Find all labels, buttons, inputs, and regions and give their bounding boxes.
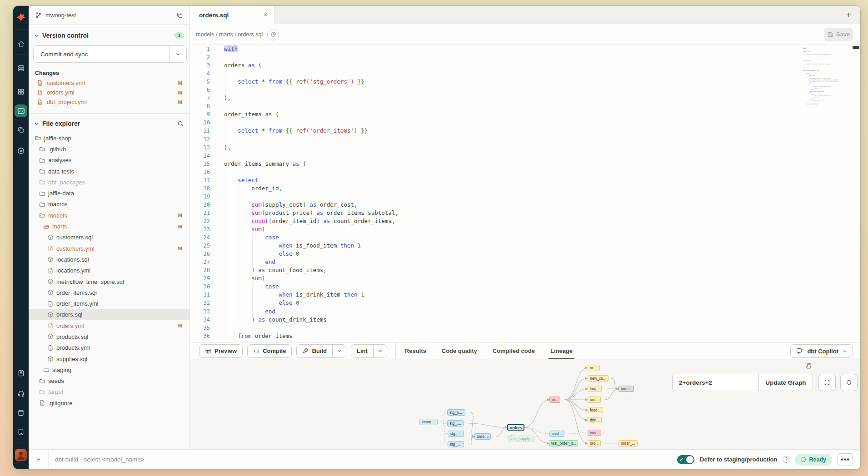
commit-and-sync-button[interactable]: Commit and sync (33, 45, 187, 63)
more-options-button[interactable]: ••• (838, 453, 853, 466)
code-line-28[interactable]: 28 ) as count_food_items, (190, 266, 860, 274)
lineage-node-gray[interactable]: orde... (619, 386, 634, 392)
file-tree-item-orders-yml[interactable]: orders.ymlM (29, 320, 190, 331)
lineage-node-ord1[interactable]: orde.... (474, 433, 491, 440)
docs-icon[interactable] (13, 406, 29, 420)
lineage-node-stg1[interactable]: stg_o.... (447, 409, 465, 416)
lint-button[interactable]: Lint (351, 344, 387, 358)
new-tab-button[interactable]: + (843, 10, 854, 20)
tab-results[interactable]: Results (405, 342, 426, 359)
copy-branch-icon[interactable] (176, 12, 183, 19)
file-tree-item-seeds[interactable]: seeds (29, 376, 190, 387)
code-line-2[interactable]: 2 (190, 53, 860, 61)
lineage-panel[interactable]: ecom....stg_o....stg_....stg_....stg_...… (190, 359, 860, 449)
code-line-30[interactable]: 30 case (190, 283, 860, 291)
file-tree-item-jaffle-shop[interactable]: jaffle-shop (29, 133, 190, 144)
code-line-16[interactable]: 16 (190, 168, 860, 176)
lineage-node-ghost[interactable]: test_supply... (508, 436, 535, 442)
file-tree-item-macros[interactable]: macros (29, 199, 190, 210)
lineage-node-stg4[interactable]: stg_.... (448, 441, 464, 447)
support-icon[interactable] (13, 387, 29, 400)
code-line-8[interactable]: 8 (190, 102, 860, 110)
code-line-15[interactable]: 15order_items_summary as ( (190, 160, 860, 168)
lineage-node-y_new[interactable]: new_cu... (588, 375, 609, 382)
code-line-32[interactable]: 32 else 0 (190, 299, 860, 307)
file-tree-item-products-yml[interactable]: products.yml (29, 342, 190, 353)
file-explorer-header[interactable]: File explorer (29, 119, 190, 128)
code-line-24[interactable]: 24 case (190, 233, 860, 242)
file-tree-item--github[interactable]: .github (29, 144, 190, 154)
code-line-36[interactable]: 36 from order_items (190, 332, 860, 340)
branch-name[interactable]: mwong-test (45, 12, 76, 19)
file-tree-item-data-tests[interactable]: data-tests (29, 166, 190, 177)
code-line-3[interactable]: 3orders as ( (190, 61, 860, 69)
code-line-11[interactable]: 11 select * from {{ ref('order_items') }… (190, 127, 860, 135)
code-line-9[interactable]: 9order_items as ( (190, 110, 860, 119)
code-line-29[interactable]: 29 sum( (190, 274, 860, 283)
lint-dropdown[interactable] (373, 345, 387, 357)
lineage-node-stg2[interactable]: stg_.... (447, 420, 464, 426)
file-tree-item-jaffle-data[interactable]: jaffle-data (29, 188, 190, 198)
commit-dropdown[interactable] (169, 46, 186, 62)
catalog-icon[interactable] (13, 144, 29, 158)
file-tree-item-customers-yml[interactable]: customers.ymlM (29, 243, 190, 254)
code-line-23[interactable]: 23 sum( (190, 225, 860, 233)
file-tree-item-supplies-sql[interactable]: supplies.sql (29, 353, 190, 364)
code-line-14[interactable]: 14 (190, 152, 860, 160)
compile-button[interactable]: Compile (247, 344, 292, 358)
code-line-21[interactable]: 21 sum(product_price) as order_items_sub… (190, 209, 860, 217)
code-line-19[interactable]: 19 (190, 193, 860, 201)
file-tree-item-metricflow-time-spine-sql[interactable]: metricflow_time_spine.sql (29, 276, 190, 287)
lineage-node-tgreen[interactable]: test_order_it... (549, 440, 578, 446)
lineage-node-orders[interactable]: orders (507, 424, 524, 431)
preview-button[interactable]: Preview (199, 344, 243, 358)
code-line-27[interactable]: 27 end (190, 258, 860, 266)
lineage-node-y_order[interactable]: order_... (619, 440, 638, 446)
code-line-34[interactable]: 34 ) as count_drink_items (190, 316, 860, 324)
code-line-33[interactable]: 33 end (190, 307, 860, 316)
file-tree-item-models[interactable]: modelsM (29, 210, 190, 221)
file-tree-item-orders-sql[interactable]: orders.sql (29, 309, 190, 320)
lineage-node-y_or[interactable]: or.... (588, 365, 600, 371)
environments-icon[interactable] (13, 61, 29, 75)
dashboard-icon[interactable] (13, 85, 29, 99)
help-icon[interactable]: ? (783, 456, 789, 463)
code-line-1[interactable]: 1with (190, 45, 860, 53)
lineage-node-y_ord2[interactable]: ord... (588, 440, 601, 446)
lineage-selector-input[interactable]: 2+orders+2 (672, 374, 758, 391)
orchestration-icon[interactable] (13, 123, 29, 137)
file-tree-item-target[interactable]: target (29, 387, 190, 397)
lineage-node-stg3[interactable]: stg_.... (448, 431, 464, 437)
code-line-25[interactable]: 25 when is_food_item then 1 (190, 242, 860, 250)
home-icon[interactable] (13, 37, 29, 50)
code-line-10[interactable]: 10 (190, 119, 860, 127)
lineage-node-orpink[interactable]: or... (549, 397, 560, 403)
lineage-node-cust[interactable]: cust... (549, 431, 564, 437)
lineage-node-y_larg[interactable]: larg... (588, 386, 602, 392)
command-input[interactable]: dbt build --select <model_name> (49, 456, 677, 463)
tab-lineage[interactable]: Lineage (550, 342, 573, 359)
tasks-icon[interactable] (13, 366, 29, 380)
code-line-20[interactable]: 20 sum(supply_cost) as order_cost, (190, 201, 860, 209)
dbt-copilot-button[interactable]: dbt Copilot (790, 344, 853, 358)
ready-status-badge[interactable]: Ready (795, 454, 832, 466)
expand-command-icon[interactable] (29, 450, 49, 469)
lineage-node-y_ord[interactable]: ord... (588, 397, 601, 403)
dbt-logo-icon[interactable] (13, 10, 29, 25)
change-item[interactable]: dbt_project.yml M (29, 97, 190, 107)
code-line-17[interactable]: 17 select (190, 176, 860, 184)
lineage-node-ecom[interactable]: ecom.... (419, 419, 438, 425)
file-tree-item-locations-sql[interactable]: locations.sql (29, 254, 190, 265)
changelog-icon[interactable] (13, 425, 29, 439)
code-editor[interactable]: 1with23orders as (45 select * from {{ re… (190, 45, 860, 342)
user-avatar[interactable] (15, 449, 27, 461)
code-line-13[interactable]: 13), (190, 144, 860, 152)
change-item[interactable]: customers.yml M (29, 78, 190, 88)
scrollbar-thumb[interactable] (853, 46, 859, 49)
code-line-4[interactable]: 4 (190, 69, 860, 78)
code-line-18[interactable]: 18 order_id, (190, 184, 860, 193)
build-dropdown[interactable] (332, 345, 346, 357)
file-tree-item-locations-yml[interactable]: locations.yml (29, 265, 190, 276)
tab-code-quality[interactable]: Code quality (442, 342, 477, 359)
tab-orders-sql[interactable]: orders.sql × (190, 6, 274, 24)
